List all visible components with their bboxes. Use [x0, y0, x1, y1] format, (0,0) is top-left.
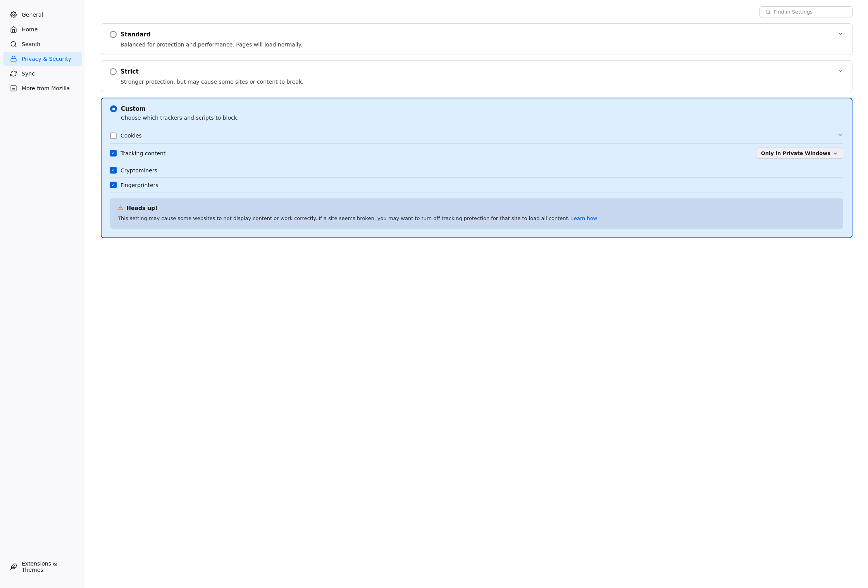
- heads-up-text: This setting may cause some websites to …: [118, 215, 835, 223]
- cookies-label[interactable]: Cookies: [121, 132, 142, 139]
- fingerprinters-row: Fingerprinters: [110, 178, 843, 193]
- strict-card[interactable]: Strict Stronger protection, but may caus…: [101, 60, 852, 92]
- fingerprinters-label[interactable]: Fingerprinters: [121, 182, 843, 188]
- sidebar-label-general: General: [22, 12, 43, 18]
- sidebar-item-mozilla[interactable]: m More from Mozilla: [3, 81, 82, 95]
- standard-card[interactable]: Standard Balanced for protection and per…: [101, 23, 852, 55]
- strict-chevron-icon: [837, 68, 844, 76]
- cryptominers-label[interactable]: Cryptominers: [121, 167, 843, 174]
- custom-description: Choose which trackers and scripts to blo…: [110, 115, 843, 121]
- sidebar-label-sync: Sync: [22, 70, 35, 77]
- tracking-dropdown[interactable]: Only in Private Windows: [756, 148, 843, 159]
- standard-label: Standard: [121, 31, 151, 38]
- svg-rect-3: [11, 58, 16, 62]
- svg-point-0: [13, 14, 15, 16]
- find-in-settings-input[interactable]: Find in Settings: [760, 6, 852, 17]
- gear-icon: [10, 11, 17, 18]
- svg-line-9: [769, 13, 770, 14]
- cryptominers-checkbox[interactable]: [110, 167, 117, 174]
- cookies-left: Cookies: [110, 132, 142, 139]
- custom-radio[interactable]: [110, 105, 117, 112]
- fingerprinters-checkbox[interactable]: [110, 182, 117, 188]
- tracking-label[interactable]: Tracking content: [121, 150, 165, 156]
- strict-description: Stronger protection, but may cause some …: [110, 79, 844, 85]
- standard-chevron-icon: [837, 31, 844, 38]
- custom-card-header: Custom: [110, 105, 843, 112]
- tracking-left: Tracking content: [110, 150, 165, 156]
- sidebar-label-search: Search: [22, 41, 40, 47]
- sync-icon: [10, 70, 17, 77]
- lock-icon: [10, 55, 17, 62]
- cookies-chevron-icon: [837, 132, 843, 139]
- sidebar-item-home[interactable]: Home: [3, 22, 82, 36]
- strict-label: Strict: [121, 68, 139, 75]
- strict-card-header: Strict: [110, 68, 844, 76]
- cryptominers-row: Cryptominers: [110, 163, 843, 178]
- strict-title-row: Strict: [110, 68, 139, 75]
- app-container: General Home Search: [0, 0, 868, 588]
- svg-text:m: m: [12, 87, 15, 90]
- main-content: Find in Settings Standard Balanced for p…: [85, 0, 868, 588]
- home-icon: [10, 26, 17, 33]
- sidebar-item-sync[interactable]: Sync: [3, 67, 82, 81]
- custom-card: Custom Choose which trackers and scripts…: [101, 98, 852, 238]
- sidebar-item-privacy[interactable]: Privacy & Security: [3, 52, 82, 66]
- heads-up-box: ⚠ Heads up! This setting may cause some …: [110, 198, 843, 229]
- tracking-dropdown-chevron-icon: [833, 151, 838, 156]
- sidebar-label-privacy: Privacy & Security: [22, 56, 71, 62]
- cookies-row: Cookies: [110, 128, 843, 144]
- svg-line-2: [15, 45, 16, 46]
- find-placeholder-text: Find in Settings: [774, 9, 813, 15]
- standard-card-header: Standard: [110, 31, 844, 38]
- custom-label: Custom: [121, 105, 146, 112]
- sidebar-item-search[interactable]: Search: [3, 37, 82, 51]
- sidebar-bottom: Extensions & Themes: [0, 557, 85, 580]
- tracking-checkbox[interactable]: [110, 150, 117, 156]
- find-in-settings-container: Find in Settings: [760, 6, 852, 17]
- svg-point-8: [766, 10, 770, 13]
- search-nav-icon: [10, 41, 17, 48]
- sidebar-label-extensions: Extensions & Themes: [22, 560, 75, 573]
- warning-icon: ⚠: [118, 204, 123, 211]
- sidebar-label-home: Home: [22, 26, 38, 33]
- sidebar-item-general[interactable]: General: [3, 8, 82, 22]
- puzzle-icon: [10, 563, 17, 570]
- standard-radio[interactable]: [110, 31, 117, 38]
- sidebar: General Home Search: [0, 0, 85, 588]
- cookies-checkbox[interactable]: [110, 132, 117, 139]
- sidebar-label-mozilla: More from Mozilla: [22, 85, 70, 91]
- tracking-dropdown-value: Only in Private Windows: [761, 150, 830, 156]
- heads-up-title-text: Heads up!: [126, 205, 157, 211]
- heads-up-title-row: ⚠ Heads up!: [118, 204, 835, 211]
- mozilla-icon: m: [10, 85, 17, 92]
- strict-radio[interactable]: [110, 68, 117, 75]
- heads-up-body: This setting may cause some websites to …: [118, 215, 570, 221]
- standard-description: Balanced for protection and performance.…: [110, 41, 844, 48]
- standard-title-row: Standard: [110, 31, 151, 38]
- learn-how-link[interactable]: Learn how: [571, 215, 597, 221]
- sidebar-item-extensions[interactable]: Extensions & Themes: [3, 557, 82, 576]
- search-input-icon: [765, 9, 771, 15]
- tracking-row: Tracking content Only in Private Windows: [110, 144, 843, 163]
